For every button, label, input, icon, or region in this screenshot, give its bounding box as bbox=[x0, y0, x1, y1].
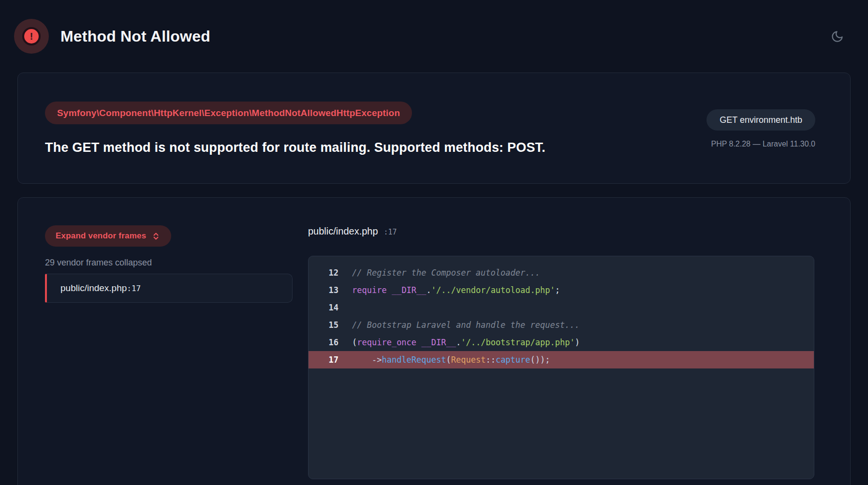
code-text: ->handleRequest(Request::capture()); bbox=[352, 351, 550, 368]
frames-column: Expand vendor frames 29 vendor frames co… bbox=[45, 225, 293, 485]
line-number: 17 bbox=[309, 351, 338, 368]
code-line-12: 12// Register the Composer autoloader... bbox=[309, 264, 814, 281]
frames-list: public/index.php:17 bbox=[45, 274, 293, 303]
line-number: 12 bbox=[309, 264, 338, 281]
editor-line-number: :17 bbox=[384, 226, 397, 238]
frame-item[interactable]: public/index.php:17 bbox=[45, 274, 293, 303]
exception-summary-right: GET environment.htb PHP 8.2.28 — Laravel… bbox=[706, 102, 815, 148]
line-number: 13 bbox=[309, 281, 338, 299]
exclamation-circle-icon: ! bbox=[22, 27, 41, 45]
line-number: 15 bbox=[309, 316, 338, 334]
exclamation-glyph: ! bbox=[30, 31, 33, 41]
frame-file-path: public/index.php bbox=[60, 283, 127, 294]
line-number: 16 bbox=[309, 334, 338, 351]
expand-vendor-frames-label: Expand vendor frames bbox=[56, 231, 146, 241]
collapsed-frames-note: 29 vendor frames collapsed bbox=[45, 258, 293, 268]
page-title: Method Not Allowed bbox=[60, 28, 210, 45]
exception-message: The GET method is not supported for rout… bbox=[45, 140, 545, 155]
exception-summary-card: Symfony\Component\HttpKernel\Exception\M… bbox=[17, 73, 851, 184]
code-line-16: 16(require_once __DIR__.'/../bootstrap/a… bbox=[309, 334, 814, 351]
code-column: public/index.php :17 12// Register the C… bbox=[308, 225, 814, 485]
moon-icon bbox=[831, 30, 844, 43]
line-number: 14 bbox=[309, 299, 338, 316]
expand-vendor-frames-button[interactable]: Expand vendor frames bbox=[45, 225, 171, 247]
code-line-13: 13require __DIR__.'/../vendor/autoload.p… bbox=[309, 281, 814, 299]
php-laravel-versions: PHP 8.2.28 — Laravel 11.30.0 bbox=[711, 140, 815, 148]
code-text: require __DIR__.'/../vendor/autoload.php… bbox=[352, 281, 560, 299]
page-header: ! Method Not Allowed bbox=[0, 0, 868, 73]
chevron-up-down-icon bbox=[151, 232, 161, 241]
code-text: // Register the Composer autoloader... bbox=[352, 264, 540, 281]
stack-trace-card: Expand vendor frames 29 vendor frames co… bbox=[17, 197, 851, 485]
code-snippet: 12// Register the Composer autoloader...… bbox=[308, 256, 814, 479]
editor-file-header: public/index.php :17 bbox=[308, 225, 814, 238]
request-method-badge: GET environment.htb bbox=[706, 109, 815, 131]
exception-summary-left: Symfony\Component\HttpKernel\Exception\M… bbox=[45, 102, 545, 155]
code-line-17: 17 ->handleRequest(Request::capture()); bbox=[309, 351, 814, 368]
editor-file-name: public/index.php bbox=[308, 225, 378, 237]
code-line-15: 15// Bootstrap Laravel and handle the re… bbox=[309, 316, 814, 334]
exception-class-badge: Symfony\Component\HttpKernel\Exception\M… bbox=[45, 102, 412, 124]
code-text: // Bootstrap Laravel and handle the requ… bbox=[352, 316, 580, 334]
code-text: (require_once __DIR__.'/../bootstrap/app… bbox=[352, 334, 580, 351]
code-line-14: 14 bbox=[309, 299, 814, 316]
theme-toggle-button[interactable] bbox=[828, 27, 847, 46]
error-status-icon: ! bbox=[14, 19, 49, 54]
frame-line-number: :17 bbox=[127, 284, 141, 293]
